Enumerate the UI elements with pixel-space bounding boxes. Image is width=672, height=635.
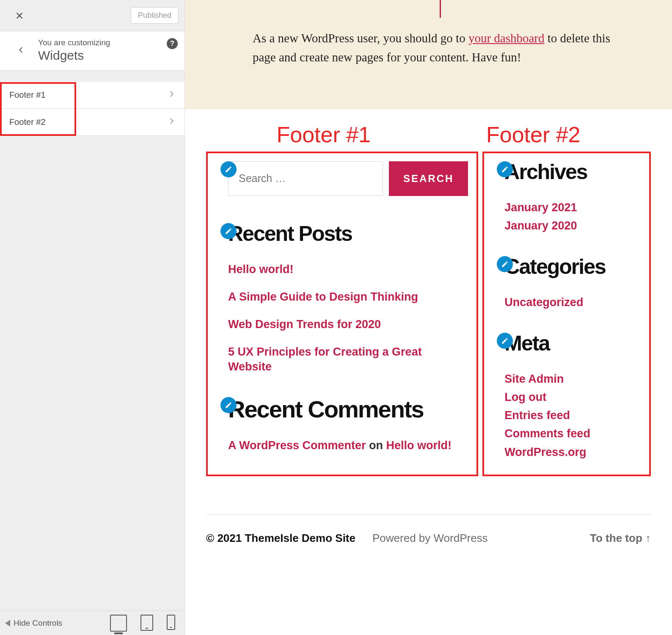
list-item: Log out: [504, 390, 641, 405]
text-cursor: [440, 0, 441, 18]
site-footer: © 2021 ThemeIsle Demo Site Powered by Wo…: [206, 514, 651, 562]
panel-header: You are customizing Widgets ?: [0, 31, 185, 71]
back-button[interactable]: [9, 38, 33, 62]
footer-copyright: © 2021 ThemeIsle Demo Site: [206, 532, 355, 545]
panel-footer-bar: Hide Controls: [0, 610, 185, 635]
customizer-panel: Published You are customizing Widgets ? …: [0, 0, 185, 635]
recent-posts-widget: Recent Posts Hello world! A Simple Guide…: [228, 221, 468, 374]
widget-area-list: Footer #1 Footer #2: [0, 82, 185, 136]
comment-post-link[interactable]: Hello world!: [386, 439, 452, 452]
panel-subtitle: You are customizing: [38, 38, 110, 47]
list-item: WordPress.org: [504, 445, 641, 460]
footer-widgets-row: SEARCH Recent Posts Hello world! A Simpl…: [185, 152, 672, 489]
dashboard-link[interactable]: your dashboard: [468, 31, 545, 45]
meta-link[interactable]: Entries feed: [504, 409, 570, 422]
category-link[interactable]: Uncategorized: [504, 296, 583, 309]
post-link[interactable]: 5 UX Principles for Creating a Great Web…: [228, 345, 422, 373]
nav-item-label: Footer #1: [9, 90, 46, 100]
footer-column-1: SEARCH Recent Posts Hello world! A Simpl…: [206, 152, 478, 476]
post-link[interactable]: A Simple Guide to Design Thinking: [228, 290, 418, 303]
categories-list: Uncategorized: [504, 295, 641, 310]
search-widget: SEARCH: [228, 161, 468, 196]
search-button[interactable]: SEARCH: [389, 161, 468, 196]
list-item: January 2020: [504, 218, 641, 233]
widget-title: Meta: [504, 331, 641, 356]
to-top-label: To the top ↑: [590, 532, 651, 544]
chevron-right-icon: [168, 90, 175, 100]
hide-controls-button[interactable]: Hide Controls: [5, 618, 102, 628]
page-content: As a new WordPress user, you should go t…: [185, 0, 672, 109]
list-item: A Simple Guide to Design Thinking: [228, 290, 468, 304]
post-link[interactable]: Web Design Trends for 2020: [228, 318, 381, 331]
archives-widget: Archives January 2021 January 2020: [504, 160, 641, 233]
widget-title: Archives: [504, 160, 641, 184]
archives-list: January 2021 January 2020: [504, 200, 641, 233]
search-input[interactable]: [228, 161, 383, 196]
list-item: Web Design Trends for 2020: [228, 317, 468, 332]
nav-item-label: Footer #2: [9, 117, 46, 127]
list-item: January 2021: [504, 200, 641, 215]
close-button[interactable]: [6, 2, 33, 29]
list-item: Hello world!: [228, 262, 468, 277]
pencil-icon: [501, 260, 509, 268]
help-button[interactable]: ?: [167, 38, 178, 49]
widget-title: Recent Comments: [228, 395, 468, 423]
post-link[interactable]: Hello world!: [228, 263, 294, 276]
device-tablet-button[interactable]: [140, 615, 153, 631]
close-icon: [15, 11, 24, 20]
chevron-right-icon: [168, 117, 175, 127]
device-mobile-button[interactable]: [167, 615, 175, 630]
edit-widget-button[interactable]: [220, 223, 237, 239]
widget-title: Recent Posts: [228, 221, 468, 246]
meta-link[interactable]: Comments feed: [504, 427, 590, 440]
meta-list: Site Admin Log out Entries feed Comments…: [504, 372, 641, 459]
to-top-link[interactable]: To the top ↑: [590, 532, 651, 545]
panel-topbar: Published: [0, 0, 185, 31]
list-item: Uncategorized: [504, 295, 641, 310]
chevron-left-icon: [17, 46, 25, 54]
publish-status-button[interactable]: Published: [131, 7, 179, 24]
meta-link[interactable]: Site Admin: [504, 373, 564, 385]
list-item: Site Admin: [504, 372, 641, 387]
widget-title: Categories: [504, 254, 641, 279]
pencil-icon: [501, 166, 509, 173]
annotation-footer-1: Footer #1: [276, 122, 371, 147]
preview-pane: As a new WordPress user, you should go t…: [185, 0, 672, 635]
recent-posts-list: Hello world! A Simple Guide to Design Th…: [228, 262, 468, 374]
content-text-before: As a new WordPress user, you should go t…: [253, 31, 468, 45]
nav-item-footer-1[interactable]: Footer #1: [0, 82, 185, 109]
archive-link[interactable]: January 2021: [504, 201, 577, 214]
pencil-icon: [225, 166, 232, 173]
archive-link[interactable]: January 2020: [504, 219, 577, 232]
pencil-icon: [501, 337, 509, 345]
meta-link[interactable]: Log out: [504, 391, 546, 403]
comment-item: A WordPress Commenter on Hello world!: [228, 439, 468, 452]
device-desktop-button[interactable]: [110, 615, 127, 632]
device-preview-group: [110, 615, 175, 632]
edit-widget-button[interactable]: [497, 161, 513, 177]
collapse-triangle-icon: [5, 620, 10, 627]
commenter-link[interactable]: A WordPress Commenter: [228, 439, 366, 452]
list-item: Entries feed: [504, 408, 641, 423]
annotation-footer-2: Footer #2: [486, 122, 581, 147]
meta-widget: Meta Site Admin Log out Entries feed Com…: [504, 331, 641, 459]
nav-item-footer-2[interactable]: Footer #2: [0, 109, 185, 136]
panel-title: Widgets: [38, 48, 110, 63]
edit-widget-button[interactable]: [220, 161, 237, 177]
meta-link[interactable]: WordPress.org: [504, 446, 586, 458]
panel-spacer: [0, 71, 185, 82]
comment-on-text: on: [366, 439, 386, 452]
categories-widget: Categories Uncategorized: [504, 254, 641, 310]
hide-controls-label: Hide Controls: [14, 618, 62, 628]
annotation-row: Footer #1 Footer #2: [185, 109, 672, 152]
content-paragraph: As a new WordPress user, you should go t…: [253, 0, 630, 67]
recent-comments-widget: Recent Comments A WordPress Commenter on…: [228, 395, 468, 452]
footer-column-2: Archives January 2021 January 2020 Categ…: [482, 152, 651, 476]
pencil-icon: [225, 401, 232, 409]
list-item: 5 UX Principles for Creating a Great Web…: [228, 345, 468, 374]
pencil-icon: [225, 227, 232, 235]
footer-powered-by: Powered by WordPress: [372, 532, 488, 545]
list-item: Comments feed: [504, 426, 641, 441]
